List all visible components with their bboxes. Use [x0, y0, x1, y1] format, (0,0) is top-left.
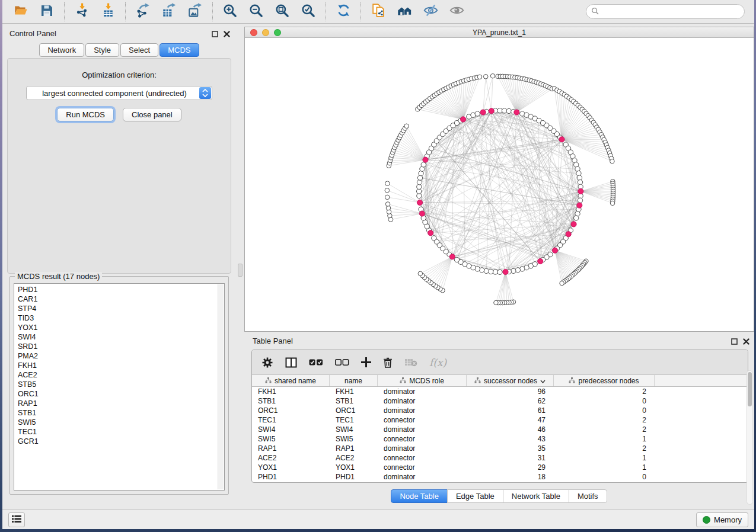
- network-node[interactable]: [432, 236, 436, 241]
- mcds-result-item[interactable]: RAP1: [18, 399, 224, 408]
- network-node[interactable]: [417, 184, 422, 189]
- network-node[interactable]: [417, 180, 422, 185]
- network-hub-node[interactable]: [578, 188, 583, 194]
- network-leaf-node[interactable]: [404, 124, 409, 129]
- column-header-name[interactable]: name: [330, 375, 378, 386]
- mcds-result-item[interactable]: ACE2: [18, 370, 224, 380]
- optimization-criterion-select[interactable]: largest connected component (undirected): [26, 86, 212, 100]
- zoom-in-button[interactable]: [218, 2, 243, 22]
- network-node[interactable]: [497, 108, 502, 113]
- network-leaf-node[interactable]: [610, 159, 615, 164]
- column-header-shared-name[interactable]: shared name: [252, 375, 330, 386]
- network-leaf-node[interactable]: [385, 181, 390, 186]
- tab-edge-table[interactable]: Edge Table: [447, 489, 503, 503]
- table-row[interactable]: FKH1FKH1dominator962: [252, 387, 748, 396]
- network-node[interactable]: [574, 216, 579, 220]
- network-leaf-node[interactable]: [610, 201, 615, 206]
- panel-splitter[interactable]: [236, 24, 244, 507]
- network-node[interactable]: [502, 108, 506, 113]
- network-hub-node[interactable]: [480, 110, 486, 115]
- close-panel-icon[interactable]: [224, 29, 230, 40]
- zoom-selected-button[interactable]: [296, 2, 321, 22]
- scrollbar-thumb[interactable]: [748, 372, 752, 406]
- network-node[interactable]: [454, 257, 459, 262]
- network-hub-node[interactable]: [503, 269, 508, 274]
- table-row[interactable]: STB1STB1dominator620: [252, 396, 748, 406]
- create-column-button[interactable]: [361, 357, 371, 367]
- network-leaf-node[interactable]: [385, 188, 390, 193]
- table-row[interactable]: SWI4SWI4dominator462: [252, 425, 748, 434]
- zoom-out-button[interactable]: [244, 2, 269, 22]
- window-zoom-icon[interactable]: [274, 29, 281, 36]
- export-table-button[interactable]: [157, 2, 181, 22]
- network-hub-node[interactable]: [419, 211, 425, 216]
- network-node[interactable]: [475, 111, 480, 116]
- network-leaf-node[interactable]: [494, 300, 499, 305]
- network-leaf-node[interactable]: [418, 271, 423, 276]
- network-node[interactable]: [577, 175, 582, 180]
- mcds-result-item[interactable]: SRD1: [18, 342, 224, 351]
- table-settings-button[interactable]: [261, 357, 273, 368]
- network-leaf-node[interactable]: [483, 75, 488, 79]
- column-header-MCDS-role[interactable]: MCDS role: [378, 375, 467, 386]
- tab-network-table[interactable]: Network Table: [503, 489, 569, 503]
- run-mcds-button[interactable]: Run MCDS: [57, 108, 114, 121]
- result-list-scrollbar[interactable]: [218, 284, 224, 489]
- network-node[interactable]: [576, 171, 581, 175]
- network-leaf-node[interactable]: [560, 281, 564, 286]
- tab-style[interactable]: Style: [85, 43, 119, 57]
- mcds-result-item[interactable]: STB5: [18, 380, 224, 389]
- mcds-result-item[interactable]: CAR1: [18, 294, 224, 304]
- float-panel-icon[interactable]: [731, 336, 738, 347]
- mcds-result-item[interactable]: GCR1: [18, 437, 224, 446]
- network-leaf-node[interactable]: [477, 75, 482, 79]
- delete-column-button[interactable]: [383, 357, 393, 368]
- network-hub-node[interactable]: [449, 254, 455, 259]
- window-close-icon[interactable]: [250, 29, 257, 36]
- mcds-result-item[interactable]: PMA2: [18, 351, 224, 361]
- network-node[interactable]: [489, 269, 493, 274]
- show-column-panel-button[interactable]: [285, 357, 297, 368]
- mcds-result-item[interactable]: YOX1: [18, 323, 224, 332]
- network-hub-node[interactable]: [423, 157, 428, 162]
- import-network-button[interactable]: [69, 2, 94, 22]
- deselect-all-rows-button[interactable]: [335, 359, 349, 366]
- network-hub-node[interactable]: [538, 258, 543, 264]
- mcds-result-item[interactable]: SWI4: [18, 332, 224, 342]
- table-row[interactable]: ACE2ACE2connector311: [252, 453, 748, 463]
- network-node[interactable]: [421, 162, 426, 167]
- memory-button[interactable]: Memory: [696, 512, 748, 527]
- delete-table-button[interactable]: [404, 358, 417, 367]
- network-node[interactable]: [506, 108, 511, 113]
- export-network-button[interactable]: [130, 2, 155, 22]
- window-minimize-icon[interactable]: [262, 29, 269, 36]
- zoom-fit-button[interactable]: [270, 2, 295, 22]
- tab-select[interactable]: Select: [120, 43, 158, 57]
- table-scrollbar[interactable]: [747, 370, 753, 505]
- import-table-button[interactable]: [95, 2, 120, 22]
- network-hub-node[interactable]: [428, 230, 433, 236]
- network-hub-node[interactable]: [417, 200, 422, 205]
- network-canvas[interactable]: [245, 39, 754, 331]
- save-session-button[interactable]: [34, 2, 59, 22]
- table-row[interactable]: TEC1TEC1connector472: [252, 415, 748, 425]
- hide-selected-button[interactable]: [418, 2, 443, 22]
- table-row[interactable]: YOX1YOX1connector291: [252, 463, 748, 472]
- mcds-result-item[interactable]: SWI5: [18, 418, 224, 427]
- splitter-handle-icon[interactable]: [238, 264, 243, 277]
- network-leaf-node[interactable]: [490, 73, 495, 78]
- table-row[interactable]: SWI5SWI5connector431: [252, 434, 748, 444]
- export-image-button[interactable]: [183, 2, 208, 22]
- close-panel-button[interactable]: Close panel: [123, 108, 181, 121]
- network-hub-node[interactable]: [461, 117, 466, 122]
- network-hub-node[interactable]: [489, 108, 494, 114]
- close-panel-icon[interactable]: [743, 336, 749, 347]
- tab-network[interactable]: Network: [39, 43, 84, 57]
- network-hub-node[interactable]: [577, 203, 582, 208]
- select-all-rows-button[interactable]: [309, 359, 323, 366]
- tab-node-table[interactable]: Node Table: [391, 489, 448, 503]
- task-history-button[interactable]: [8, 512, 25, 527]
- network-hub-node[interactable]: [566, 232, 571, 237]
- network-node[interactable]: [416, 189, 421, 194]
- open-session-button[interactable]: [8, 2, 33, 22]
